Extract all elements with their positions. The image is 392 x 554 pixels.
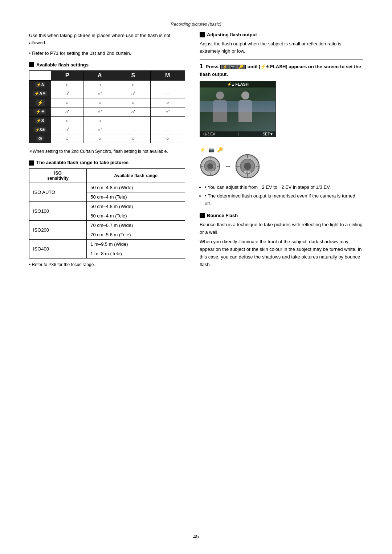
iso-cell: ISO100	[29, 202, 87, 221]
svg-text:REVIEW: REVIEW	[207, 170, 214, 172]
adj-flash-heading: Adjusting flash output	[200, 32, 363, 37]
table-row: ⚡ ○ ○ ○ ○	[29, 98, 185, 107]
cell-m7: ○	[150, 134, 185, 143]
cell-p3: ○	[51, 98, 83, 107]
sky-bg	[200, 101, 275, 112]
table-row: ISO400 1 m–9.5 m (Wide)	[29, 240, 185, 249]
col-m: M	[150, 70, 185, 80]
svg-point-10	[244, 163, 251, 170]
dial-notes: • You can adjust this from −2 EV to +2 E…	[200, 184, 363, 208]
cell-m1: —	[150, 80, 185, 89]
table-row: ⚡A ○ ○ ○ —	[29, 80, 185, 89]
col-a: A	[83, 70, 116, 80]
range-cell: 50 cm–4 m (Tele)	[87, 192, 185, 202]
cell-s1: ○	[116, 80, 150, 89]
bounce-text-2: When you directly illuminate the front o…	[200, 238, 363, 268]
cell-m6: —	[150, 125, 185, 134]
set-label: SET▼	[263, 132, 273, 136]
cell-a6: ○*	[83, 125, 116, 134]
bounce-text-1: Bounce flash is a technique to take pict…	[200, 221, 363, 236]
flash-icon-cell: ⚡A☀	[29, 89, 51, 98]
cell-p7: ○	[51, 134, 83, 143]
refer-p36: • Refer to P36 for the focus range.	[29, 262, 185, 267]
cell-m2: —	[150, 89, 185, 98]
cell-p6: ○*	[51, 125, 83, 134]
cell-a4: ○*	[83, 107, 116, 116]
flash-adjust-icon: ⚡	[200, 147, 205, 152]
dial-row: REVIEW →	[200, 154, 363, 179]
iso-cell: ISO400	[29, 240, 87, 258]
cell-m5: —	[150, 117, 185, 125]
key-icon: 🔑	[217, 147, 223, 152]
two-column-layout: Use this when taking pictures in places …	[29, 32, 363, 271]
icon-row: ⚡ 📷 🔑	[200, 147, 363, 152]
screen-header: ⚡± FLASH	[200, 81, 275, 87]
arrow-right-icon: →	[224, 162, 232, 170]
table-row: ISO200 70 cm–6.7 m (Wide)	[29, 221, 185, 230]
intro-text: Use this when taking pictures in places …	[29, 32, 185, 46]
cell-s5: —	[116, 117, 150, 125]
page-container: Recording pictures (basic) Use this when…	[0, 0, 392, 554]
flash-icon-cell: ⚡	[29, 98, 51, 107]
svg-text:REVIEW: REVIEW	[244, 171, 251, 173]
range-cell: 1 m–9.5 m (Wide)	[87, 240, 185, 249]
cell-a2: ○*	[83, 89, 116, 98]
range-cell: 70 cm–5.6 m (Tele)	[87, 230, 185, 240]
table-row: ⚡S☀ ○* ○* — —	[29, 125, 185, 134]
adj-intro-text: Adjust the flash output when the subject…	[200, 40, 363, 54]
bounce-section: Bounce Flash Bounce flash is a technique…	[200, 213, 363, 269]
cell-s7: ○	[116, 134, 150, 143]
range-cell: 1 m–8 m (Tele)	[87, 249, 185, 258]
svg-point-2	[207, 163, 213, 169]
flash-icon-cell: ⚡☀	[29, 107, 51, 116]
col-icon	[29, 70, 51, 80]
page-title: Recording pictures (basic)	[29, 22, 363, 27]
cell-p5: ○	[51, 117, 83, 125]
camera-screen-wrapper: ⚡± FLASH	[200, 81, 363, 143]
table-row: ⊙ ○ ○ ○ ○	[29, 134, 185, 143]
bullet-refer-p71: • Refer to P71 for setting the 1st and 2…	[29, 50, 185, 57]
cell-m3: ○	[150, 98, 185, 107]
table-row: ⚡☀ ○* ○* ○* ○*	[29, 107, 185, 116]
cell-p2: ○*	[51, 89, 83, 98]
table-row: ISO AUTO 50 cm–4.8 m (Wide)	[29, 183, 185, 192]
table-row: ⚡A☀ ○* ○* ○* —	[29, 89, 185, 98]
table-row: ISO100 50 cm–4.8 m (Wide)	[29, 202, 185, 211]
dial-left: REVIEW	[200, 156, 221, 177]
iso-cell: ISO200	[29, 221, 87, 240]
flash-icon-cell: ⚡S☀	[29, 125, 51, 134]
flash-icon-cell: ⚡A	[29, 80, 51, 89]
cell-p1: ○	[51, 80, 83, 89]
flash-range-heading: The available flash range to take pictur…	[29, 160, 185, 166]
flash-range-table: ISOsensitivity Available flash range ISO…	[29, 168, 185, 258]
cell-m4: ○*	[150, 107, 185, 116]
step-text: Press [⚡📷🔑] until [⚡± FLASH] appears on …	[200, 64, 361, 77]
ev-label: +1/3 EV	[202, 132, 215, 136]
cell-s3: ○	[116, 98, 150, 107]
camera-icon: 📷	[208, 147, 214, 152]
dial-right: REVIEW	[235, 154, 260, 179]
synchro-note: ✳When setting to the 2nd Curtain Synchro…	[29, 148, 185, 155]
cell-a1: ○	[83, 80, 116, 89]
flash-settings-table: P A S M ⚡A ○ ○ ○ —	[29, 70, 185, 143]
bounce-heading: Bounce Flash	[200, 213, 363, 218]
cell-a5: ○	[83, 117, 116, 125]
ev-scale: · · · | · · ·	[234, 132, 244, 136]
cell-s6: —	[116, 125, 150, 134]
col-p: P	[51, 70, 83, 80]
flash-icon-cell: ⊙	[29, 134, 51, 143]
col-s: S	[116, 70, 150, 80]
range-cell: 50 cm–4.8 m (Wide)	[87, 183, 185, 192]
range-cell: 50 cm–4 m (Tele)	[87, 211, 185, 221]
range-col2-header: Available flash range	[87, 169, 185, 183]
flash-icon-cell: ⚡S	[29, 117, 51, 125]
iso-cell: ISO AUTO	[29, 183, 87, 202]
left-column: Use this when taking pictures in places …	[29, 32, 185, 271]
step-1-label: 1 Press [⚡📷🔑] until [⚡± FLASH] appears o…	[200, 60, 363, 78]
cell-p4: ○*	[51, 107, 83, 116]
cell-a7: ○	[83, 134, 116, 143]
dial-note-1: • You can adjust this from −2 EV to +2 E…	[205, 184, 363, 191]
flash-settings-heading: Available flash settings	[29, 62, 185, 68]
camera-screen: ⚡± FLASH	[200, 81, 276, 137]
page-number: 45	[193, 534, 199, 539]
